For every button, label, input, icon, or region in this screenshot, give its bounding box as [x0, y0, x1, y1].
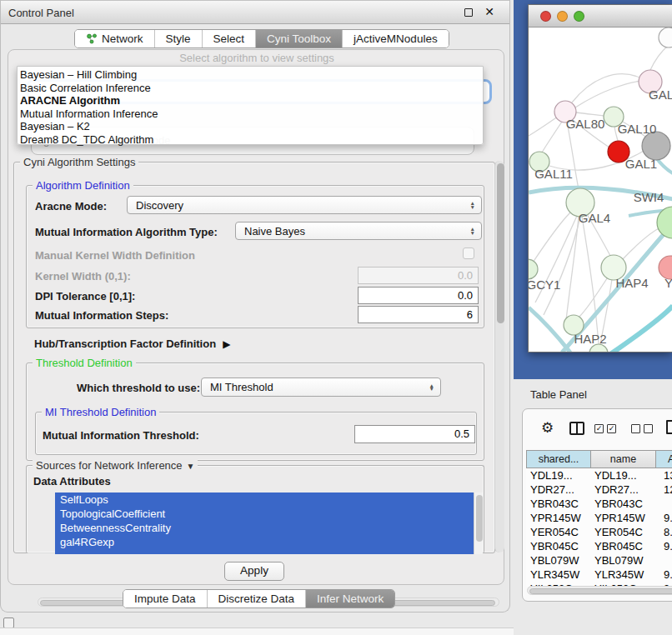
- split-columns-icon[interactable]: [569, 422, 584, 435]
- node-label: GAL80: [566, 117, 605, 131]
- mi-steps-field[interactable]: 6: [358, 306, 479, 323]
- cyni-toolbox-panel: Select algorithm to view settings galFil…: [8, 49, 504, 585]
- table-cell: 8.: [655, 525, 672, 539]
- table-cell: YPR145W: [590, 511, 655, 525]
- apply-button[interactable]: Apply: [224, 562, 284, 581]
- mi-type-combo[interactable]: Naive Bayes ▲▼: [235, 222, 482, 240]
- attribute-list-item[interactable]: gal4RGexp: [55, 535, 483, 549]
- network-edge: [565, 217, 579, 328]
- column-header-partial[interactable]: A: [656, 451, 672, 468]
- node-label: SWI4: [634, 190, 664, 204]
- table-row[interactable]: YPR145WYPR145W9.: [526, 511, 672, 525]
- network-node[interactable]: [659, 28, 672, 48]
- table-cell: 9.: [655, 511, 672, 525]
- mac-zoom-icon[interactable]: [574, 11, 584, 22]
- data-attributes-list[interactable]: SelfLoopsTopologicalCoefficientBetweenne…: [55, 492, 483, 554]
- tab-network[interactable]: Network: [75, 30, 155, 48]
- mi-threshold-label: Mutual Information Threshold:: [43, 429, 199, 442]
- check-all-icon[interactable]: ✓: [594, 424, 604, 433]
- sources-title[interactable]: Sources for Network Inference▼: [33, 459, 198, 472]
- manual-kernel-label: Manual Kernel Width Definition: [35, 249, 195, 262]
- node-label: GAL1: [625, 157, 657, 171]
- dropdown-item[interactable]: Dream8 DC_TDC Algorithm: [20, 133, 483, 147]
- column-header-shared[interactable]: shared...: [527, 451, 591, 468]
- aracne-mode-label: Aracne Mode:: [35, 200, 107, 212]
- table-cell: 12: [655, 482, 672, 497]
- tab-infer-network[interactable]: Infer Network: [306, 590, 394, 608]
- network-canvas[interactable]: GALGAL80GAL10GAL1GAL11SWI4GAL4GCY1HAP4YH…: [529, 28, 672, 352]
- list-vscrollbar[interactable]: [474, 492, 483, 554]
- hub-section-toggle[interactable]: Hub/Transcription Factor Definition▶: [34, 338, 230, 350]
- attribute-list-item[interactable]: TopologicalCoefficient: [55, 507, 483, 521]
- tab-discretize-data[interactable]: Discretize Data: [208, 590, 307, 608]
- dropdown-item[interactable]: Bayesian – Hill Climbing: [20, 68, 483, 82]
- mi-threshold-field[interactable]: 0.5: [354, 425, 475, 443]
- dpi-tolerance-field[interactable]: 0.0: [358, 287, 479, 304]
- table-row[interactable]: YBR043CYBR043C: [526, 497, 672, 511]
- table-row[interactable]: YDL19...YDL19...13: [526, 468, 672, 482]
- table-cell: 9.: [655, 539, 672, 553]
- network-edge: [533, 212, 570, 262]
- close-icon[interactable]: ✕: [484, 5, 494, 18]
- table-row[interactable]: YER054CYER054C8.: [526, 525, 672, 539]
- table-cell: YLR345W: [590, 568, 655, 582]
- network-edge: [576, 112, 604, 116]
- dropdown-item[interactable]: ARACNE Algorithm: [20, 94, 483, 108]
- uncheck-all-icon[interactable]: [644, 424, 653, 433]
- table-hscrollbar[interactable]: [527, 586, 672, 595]
- table-cell: YDR27...: [526, 482, 590, 497]
- table-row[interactable]: YBR045CYBR045C9.: [526, 539, 672, 553]
- panel-tabbar: Network Style Select Cyni Toolbox jActiv…: [74, 29, 449, 48]
- algorithm-combo-prompt: Select algorithm to view settings: [23, 52, 490, 64]
- table-row[interactable]: YLR345WYLR345W9.: [526, 568, 672, 582]
- table-cell: YER054C: [590, 525, 655, 539]
- combo-stepper-icon: ▲▼: [429, 383, 434, 391]
- table-cell: YDR27...: [590, 482, 655, 497]
- dpi-tolerance-label: DPI Tolerance [0,1]:: [35, 290, 135, 302]
- uncheck-all-icon[interactable]: [631, 424, 640, 433]
- table-cell: YBL079W: [590, 553, 655, 568]
- dropdown-item[interactable]: Bayesian – K2: [20, 120, 483, 133]
- kernel-width-field[interactable]: 0.0: [358, 267, 479, 284]
- bottom-tabbar: Impute Data Discretize Data Infer Networ…: [123, 589, 395, 608]
- mac-minimize-icon[interactable]: [557, 11, 568, 22]
- table-cell: 9.: [655, 568, 672, 582]
- tab-select[interactable]: Select: [203, 30, 257, 48]
- table-cell: YBR043C: [590, 497, 655, 511]
- dropdown-item[interactable]: Mutual Information Inference: [20, 108, 483, 121]
- aracne-mode-combo[interactable]: Discovery ▲▼: [127, 196, 482, 214]
- settings-vscrollbar[interactable]: [494, 161, 504, 552]
- check-all-icon[interactable]: ✓: [607, 424, 616, 433]
- network-node[interactable]: [642, 132, 670, 160]
- network-edge: [529, 115, 560, 136]
- table-row[interactable]: YBL079WYBL079W: [526, 553, 672, 568]
- node-table: shared... name A YDL19...YDL19...13YDR27…: [526, 450, 672, 587]
- mac-close-icon[interactable]: [540, 11, 551, 22]
- tab-style[interactable]: Style: [155, 30, 203, 48]
- which-threshold-combo[interactable]: MI Threshold ▲▼: [201, 378, 441, 397]
- node-label: GAL11: [534, 167, 573, 181]
- table-cell: YDL19...: [590, 468, 655, 482]
- tab-cyni-toolbox[interactable]: Cyni Toolbox: [256, 30, 343, 48]
- table-cell: YER054C: [526, 525, 590, 539]
- algorithm-definition-group: Algorithm Definition Aracne Mode: Discov…: [26, 185, 484, 328]
- node-label: GAL4: [579, 211, 610, 225]
- attribute-list-item[interactable]: BetweennessCentrality: [55, 521, 483, 535]
- float-window-icon[interactable]: [464, 8, 473, 17]
- tab-impute-data[interactable]: Impute Data: [123, 590, 208, 608]
- gear-icon[interactable]: ⚙: [541, 419, 554, 437]
- network-edge: [542, 122, 562, 152]
- tab-jactivemnodules[interactable]: jActiveMNodules: [343, 30, 449, 48]
- column-header-name[interactable]: name: [591, 451, 656, 468]
- attribute-list-item[interactable]: SelfLoops: [55, 492, 483, 507]
- table-row[interactable]: YDR27...YDR27...12: [526, 482, 672, 497]
- table-cell: YLR345W: [526, 568, 590, 582]
- network-node[interactable]: [529, 259, 538, 279]
- network-edge: [544, 217, 580, 315]
- control-panel-titlebar[interactable]: Control Panel ✕: [1, 0, 509, 24]
- network-window-titlebar[interactable]: [529, 5, 672, 28]
- manual-kernel-checkbox[interactable]: [463, 248, 474, 259]
- new-file-icon[interactable]: [666, 420, 672, 434]
- dropdown-item[interactable]: Basic Correlation Inference: [20, 82, 483, 95]
- network-view-window[interactable]: GALGAL80GAL10GAL1GAL11SWI4GAL4GCY1HAP4YH…: [528, 4, 672, 352]
